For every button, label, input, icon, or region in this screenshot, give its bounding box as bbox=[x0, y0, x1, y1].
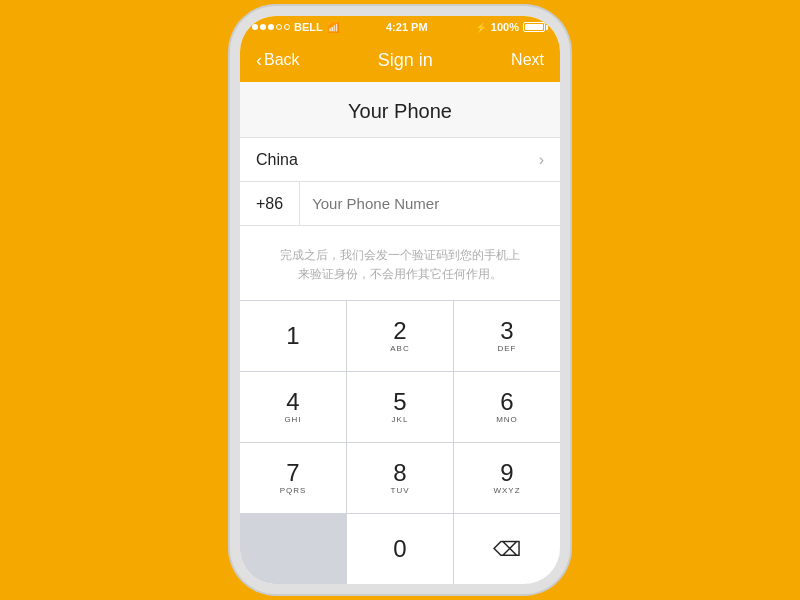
your-phone-section: Your Phone bbox=[240, 82, 560, 138]
key-letters-label: MNO bbox=[496, 415, 518, 424]
key-number-label: 9 bbox=[500, 461, 513, 485]
key-letters-label: WXYZ bbox=[493, 486, 520, 495]
key-9[interactable]: 9WXYZ bbox=[454, 443, 560, 513]
battery-fill bbox=[525, 24, 543, 30]
phone-frame: BELL 📶 4:21 PM ⚡ 100% ‹ Back Sign in Nex… bbox=[240, 16, 560, 584]
content: Your Phone China › +86 完成之后，我们会发一个验证码到您的… bbox=[240, 82, 560, 584]
status-left: BELL 📶 bbox=[252, 21, 339, 33]
key-number-label: 5 bbox=[393, 390, 406, 414]
next-button[interactable]: Next bbox=[511, 51, 544, 69]
description-line1: 完成之后，我们会发一个验证码到您的手机上 bbox=[280, 248, 520, 262]
key-letters-label: GHI bbox=[284, 415, 301, 424]
key-empty bbox=[240, 514, 346, 584]
carrier-label: BELL bbox=[294, 21, 323, 33]
battery-tip bbox=[546, 25, 548, 30]
battery-icon bbox=[523, 22, 548, 32]
signal-dot-5 bbox=[284, 24, 290, 30]
country-code: +86 bbox=[240, 182, 300, 225]
phone-input[interactable] bbox=[300, 182, 560, 225]
keypad: 12ABC3DEF4GHI5JKL6MNO7PQRS8TUV9WXYZ0⌫ bbox=[240, 300, 560, 584]
key-letters-label: DEF bbox=[498, 344, 517, 353]
key-5[interactable]: 5JKL bbox=[347, 372, 453, 442]
description-line2: 来验证身份，不会用作其它任何作用。 bbox=[298, 267, 502, 281]
key-letters-label: JKL bbox=[392, 415, 409, 424]
status-bar: BELL 📶 4:21 PM ⚡ 100% bbox=[240, 16, 560, 38]
delete-key[interactable]: ⌫ bbox=[454, 514, 560, 584]
battery-body bbox=[523, 22, 545, 32]
chevron-right-icon: › bbox=[539, 151, 544, 169]
signal-dot-3 bbox=[268, 24, 274, 30]
key-number-label: 6 bbox=[500, 390, 513, 414]
back-button[interactable]: ‹ Back bbox=[256, 50, 300, 71]
bluetooth-icon: ⚡ bbox=[475, 22, 487, 33]
key-7[interactable]: 7PQRS bbox=[240, 443, 346, 513]
key-number-label: 4 bbox=[286, 390, 299, 414]
status-right: ⚡ 100% bbox=[475, 21, 548, 33]
country-row[interactable]: China › bbox=[240, 138, 560, 182]
signal-dot-4 bbox=[276, 24, 282, 30]
wifi-icon: 📶 bbox=[327, 22, 339, 33]
key-letters-label: TUV bbox=[391, 486, 410, 495]
key-letters-label: ABC bbox=[390, 344, 409, 353]
key-4[interactable]: 4GHI bbox=[240, 372, 346, 442]
key-letters-label: PQRS bbox=[280, 486, 307, 495]
key-number-label: 8 bbox=[393, 461, 406, 485]
description-text: 完成之后，我们会发一个验证码到您的手机上 来验证身份，不会用作其它任何作用。 bbox=[264, 246, 536, 284]
back-label: Back bbox=[264, 51, 300, 69]
phone-row: +86 bbox=[240, 182, 560, 226]
key-number-label: 0 bbox=[393, 537, 406, 561]
country-label: China bbox=[256, 151, 298, 169]
description-section: 完成之后，我们会发一个验证码到您的手机上 来验证身份，不会用作其它任何作用。 bbox=[240, 226, 560, 300]
key-number-label: 7 bbox=[286, 461, 299, 485]
key-6[interactable]: 6MNO bbox=[454, 372, 560, 442]
clock: 4:21 PM bbox=[386, 21, 428, 33]
signal-icon bbox=[252, 24, 290, 30]
delete-icon: ⌫ bbox=[493, 537, 521, 561]
battery-percent: 100% bbox=[491, 21, 519, 33]
back-chevron-icon: ‹ bbox=[256, 50, 262, 71]
key-1[interactable]: 1 bbox=[240, 301, 346, 371]
nav-bar: ‹ Back Sign in Next bbox=[240, 38, 560, 82]
key-8[interactable]: 8TUV bbox=[347, 443, 453, 513]
page-title: Sign in bbox=[378, 50, 433, 71]
signal-dot-2 bbox=[260, 24, 266, 30]
key-number-label: 1 bbox=[286, 324, 299, 348]
key-0[interactable]: 0 bbox=[347, 514, 453, 584]
signal-dot-1 bbox=[252, 24, 258, 30]
key-2[interactable]: 2ABC bbox=[347, 301, 453, 371]
key-3[interactable]: 3DEF bbox=[454, 301, 560, 371]
key-number-label: 3 bbox=[500, 319, 513, 343]
your-phone-title: Your Phone bbox=[348, 100, 452, 122]
key-number-label: 2 bbox=[393, 319, 406, 343]
